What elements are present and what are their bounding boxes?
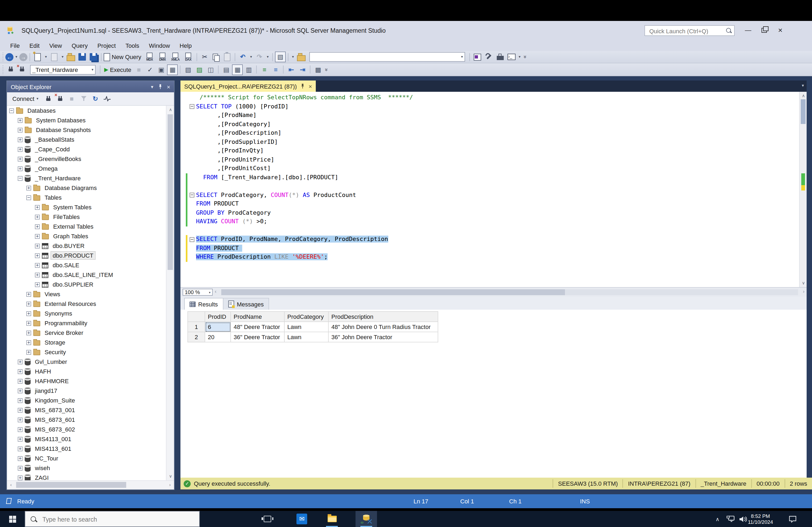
scrollbar-thumb[interactable] bbox=[801, 99, 806, 124]
tree-expander[interactable]: + bbox=[26, 185, 31, 190]
editor-horizontal-scrollbar[interactable] bbox=[221, 289, 798, 295]
mail-app-button[interactable]: ✉ bbox=[291, 511, 313, 527]
tree-item[interactable]: +dbo.SALE_LINE_ITEM bbox=[7, 270, 166, 280]
scroll-left-icon[interactable]: ‹ bbox=[215, 289, 216, 294]
increase-indent-button[interactable]: ⇥ bbox=[297, 64, 308, 75]
navigate-back-dropdown[interactable]: ▾ bbox=[14, 51, 19, 62]
tree-expander[interactable]: + bbox=[18, 388, 23, 393]
tree-expander[interactable]: − bbox=[9, 108, 14, 113]
database-combobox[interactable]: _Trent_Hardware▾ bbox=[30, 65, 96, 74]
results-to-grid-button[interactable]: ▦ bbox=[232, 64, 243, 75]
tree-expander[interactable]: + bbox=[18, 437, 23, 441]
open-file-button[interactable] bbox=[66, 51, 76, 62]
tree-expander[interactable]: + bbox=[18, 156, 23, 161]
menu-item-file[interactable]: File bbox=[5, 41, 25, 50]
tree-expander[interactable]: + bbox=[35, 234, 40, 239]
oe-disconnect-button[interactable]: × bbox=[55, 93, 65, 104]
collapse-toggle[interactable]: − bbox=[190, 104, 194, 109]
connect-button[interactable]: Connect ▾ bbox=[10, 94, 41, 103]
scrollbar-thumb[interactable] bbox=[221, 289, 565, 295]
tree-item[interactable]: +Database Snapshots bbox=[7, 125, 166, 135]
toolbar-overflow-button[interactable]: » bbox=[322, 66, 333, 73]
tree-expander[interactable]: + bbox=[18, 408, 23, 412]
taskbar-clock[interactable]: 8:52 PM 11/10/2024 bbox=[744, 511, 777, 527]
tree-item[interactable]: +MIS4113_601 bbox=[7, 444, 166, 453]
command-window-button[interactable] bbox=[506, 51, 517, 62]
new-xmla-query-button[interactable]: XMLA bbox=[169, 51, 182, 62]
code-editor[interactable]: /****** Script for SelectTopNRows comman… bbox=[180, 92, 807, 287]
tree-item[interactable]: +Programmability bbox=[7, 318, 166, 328]
tree-item[interactable]: +External Tables bbox=[7, 222, 166, 231]
column-header-prodid[interactable]: ProdID bbox=[205, 312, 231, 322]
taskbar-search-field[interactable] bbox=[41, 514, 194, 525]
toolbar-overflow-button[interactable]: » bbox=[520, 54, 531, 60]
new-dax-query-button[interactable]: DAX bbox=[182, 51, 194, 62]
tree-item[interactable]: +_BaseballStats bbox=[7, 135, 166, 144]
execute-button[interactable]: ▶Execute bbox=[103, 64, 133, 75]
results-to-file-button[interactable]: ▥ bbox=[244, 64, 254, 75]
new-file-dropdown[interactable]: ▾ bbox=[44, 51, 48, 62]
document-list-dropdown[interactable]: ▾ bbox=[802, 83, 804, 88]
tree-item[interactable]: +MIS_6873_001 bbox=[7, 405, 166, 415]
tab-results[interactable]: Results bbox=[184, 298, 223, 310]
toolbar-options-dropdown[interactable]: ▾ bbox=[291, 51, 295, 62]
results-to-text-button[interactable]: ▤ bbox=[221, 64, 232, 75]
pin-icon[interactable] bbox=[300, 84, 305, 89]
tree-expander[interactable]: + bbox=[35, 263, 40, 268]
oe-stop-button[interactable]: ■ bbox=[66, 93, 77, 104]
pin-icon[interactable] bbox=[158, 84, 162, 89]
tree-expander[interactable]: + bbox=[35, 282, 40, 287]
tree-item[interactable]: +_GreenvilleBooks bbox=[7, 154, 166, 164]
grid-cell[interactable]: 6 bbox=[205, 322, 231, 332]
tree-expander[interactable]: + bbox=[18, 427, 23, 432]
tree-item[interactable]: +MIS_6873_601 bbox=[7, 415, 166, 424]
quick-launch-input[interactable] bbox=[644, 25, 735, 36]
tree-item[interactable]: +NC_Tour bbox=[7, 453, 166, 463]
add-item-dropdown[interactable]: ▾ bbox=[60, 51, 65, 62]
grid-cell[interactable]: Lawn bbox=[284, 332, 329, 342]
tree-expander[interactable]: + bbox=[18, 147, 23, 152]
tree-expander[interactable]: + bbox=[18, 456, 23, 461]
save-all-button[interactable] bbox=[88, 51, 99, 62]
row-header[interactable]: 1 bbox=[188, 322, 205, 332]
tree-expander[interactable]: + bbox=[26, 301, 31, 306]
tree-expander[interactable]: + bbox=[26, 340, 31, 345]
new-dmx-query-button[interactable]: DMX bbox=[156, 51, 169, 62]
parse-button[interactable]: ✓ bbox=[145, 64, 156, 75]
navigate-back-button[interactable]: ← bbox=[5, 53, 13, 61]
new-file-button[interactable] bbox=[32, 51, 43, 62]
tree-expander[interactable]: + bbox=[35, 224, 40, 229]
add-item-button[interactable] bbox=[49, 51, 60, 62]
tree-item[interactable]: +Database Diagrams bbox=[7, 183, 166, 193]
tree-item[interactable]: +Service Broker bbox=[7, 328, 166, 337]
tree-item[interactable]: +FileTables bbox=[7, 212, 166, 222]
toolbox-button[interactable] bbox=[495, 51, 505, 62]
tree-expander[interactable]: + bbox=[18, 369, 23, 374]
uncomment-selection-button[interactable]: ≡ bbox=[271, 64, 281, 75]
tree-item[interactable]: −_Trent_Hardware bbox=[7, 174, 166, 183]
tree-item[interactable]: +dbo.SALE bbox=[7, 260, 166, 270]
tree-item[interactable]: +MIS4113_001 bbox=[7, 434, 166, 444]
intellisense-toggle-button[interactable]: ▦ bbox=[167, 64, 178, 75]
tree-item[interactable]: +dbo.SUPPLIER bbox=[7, 280, 166, 289]
tree-expander[interactable]: + bbox=[26, 350, 31, 355]
tray-expand-button[interactable]: ∧ bbox=[712, 511, 723, 527]
tree-expander[interactable]: − bbox=[26, 195, 31, 200]
tree-expander[interactable]: + bbox=[18, 446, 23, 451]
tree-item[interactable]: +Storage bbox=[7, 337, 166, 347]
oe-vertical-scrollbar[interactable]: ∧ ∨ bbox=[166, 106, 174, 480]
zoom-level-combobox[interactable]: 100 % ▾ bbox=[183, 289, 213, 296]
tree-item[interactable]: +Security bbox=[7, 347, 166, 357]
oe-filter-button[interactable] bbox=[78, 93, 89, 104]
query-options-button[interactable]: ▣ bbox=[156, 64, 167, 75]
tree-expander[interactable]: + bbox=[35, 243, 40, 248]
collapse-toggle[interactable]: − bbox=[190, 237, 194, 242]
tree-expander[interactable]: + bbox=[18, 359, 23, 364]
scrollbar-thumb[interactable] bbox=[168, 114, 173, 270]
connect-button[interactable] bbox=[5, 64, 16, 75]
save-button[interactable] bbox=[77, 51, 88, 62]
find-combobox[interactable]: ▾ bbox=[309, 52, 465, 62]
collapse-toggle[interactable]: − bbox=[190, 193, 194, 198]
tree-item[interactable]: +Kingdom_Suite bbox=[7, 395, 166, 405]
tree-item[interactable]: −Databases bbox=[7, 106, 166, 115]
